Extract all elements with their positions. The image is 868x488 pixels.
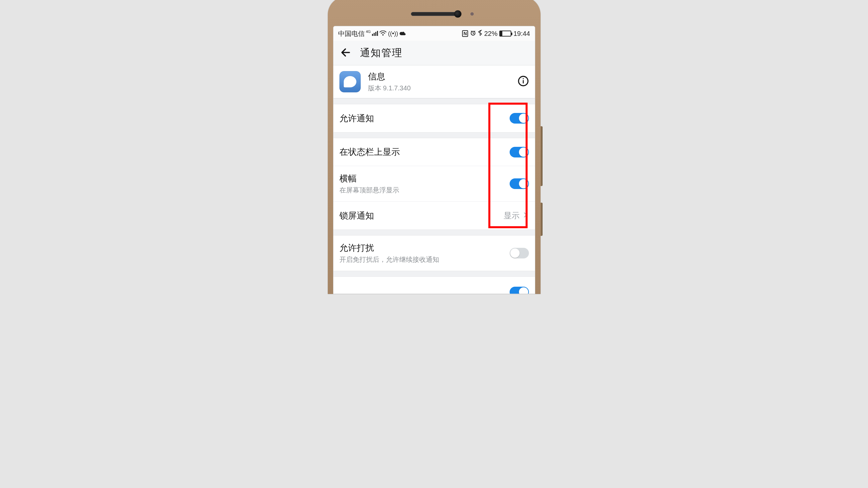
page-title: 通知管理 [360,46,403,60]
screen: 中国电信 4G ((•)) N [333,26,535,294]
svg-rect-8 [523,78,524,79]
clock: 19:44 [513,30,530,37]
lockscreen-value: 显示 [504,210,520,221]
alarm-icon [470,30,476,37]
app-icon [339,71,361,92]
svg-rect-1 [374,33,375,36]
section-gap [334,230,535,235]
row-lockscreen[interactable]: 锁屏通知 显示 [334,202,535,230]
statusbar: 中国电信 4G ((•)) N [334,26,535,41]
appbar: 通知管理 [334,41,535,65]
app-version: 版本 9.1.7.340 [368,84,411,93]
network-badge: 4G [366,30,371,34]
svg-rect-0 [372,34,373,36]
partial-toggle[interactable] [509,287,529,294]
banner-sub: 在屏幕顶部悬浮显示 [339,186,509,195]
section-gap [334,132,535,138]
svg-point-4 [382,34,384,36]
status-bar-toggle[interactable] [509,147,529,158]
banner-toggle[interactable] [509,178,529,189]
allow-disturb-sub: 开启免打扰后，允许继续接收通知 [339,255,509,264]
allow-disturb-toggle[interactable] [509,248,529,258]
back-arrow-icon[interactable] [339,46,351,60]
wifi-icon [379,30,386,37]
banner-label: 横幅 [339,173,509,184]
row-banner[interactable]: 横幅 在屏幕顶部悬浮显示 [334,166,535,202]
chevron-right-icon [522,211,529,220]
row-allow-disturb[interactable]: 允许打扰 开启免打扰后，允许继续接收通知 [334,235,535,271]
row-allow-notifications[interactable]: 允许通知 [334,104,535,132]
svg-rect-3 [377,31,378,36]
lockscreen-label: 锁屏通知 [339,210,504,222]
status-bar-label: 在状态栏上显示 [339,146,509,158]
allow-notify-label: 允许通知 [339,112,509,124]
row-status-bar[interactable]: 在状态栏上显示 [334,138,535,166]
volume-button [540,126,542,186]
front-camera [454,10,461,18]
phone-frame: 中国电信 4G ((•)) N [328,0,540,294]
nfc-icon: N [462,30,468,37]
cloud-icon [399,30,406,37]
app-name: 信息 [368,71,411,83]
app-header-row[interactable]: 信息 版本 9.1.7.340 [334,65,535,98]
power-button [540,203,542,236]
svg-rect-2 [375,32,376,36]
bluetooth-icon [478,30,482,37]
section-gap [334,271,535,277]
allow-notify-toggle[interactable] [509,113,529,124]
earpiece [411,12,458,16]
phone-top [333,2,535,26]
row-partial[interactable]: x [334,277,535,294]
hotspot-icon: ((•)) [388,30,398,37]
sensor-dot [470,12,474,15]
allow-disturb-label: 允许打扰 [339,242,509,254]
section-gap [334,98,535,104]
svg-rect-7 [523,80,524,84]
battery-percent: 22% [484,30,497,37]
battery-icon [499,31,511,37]
signal-icon [372,30,378,37]
info-icon[interactable] [518,75,529,88]
carrier-label: 中国电信 [338,29,365,38]
